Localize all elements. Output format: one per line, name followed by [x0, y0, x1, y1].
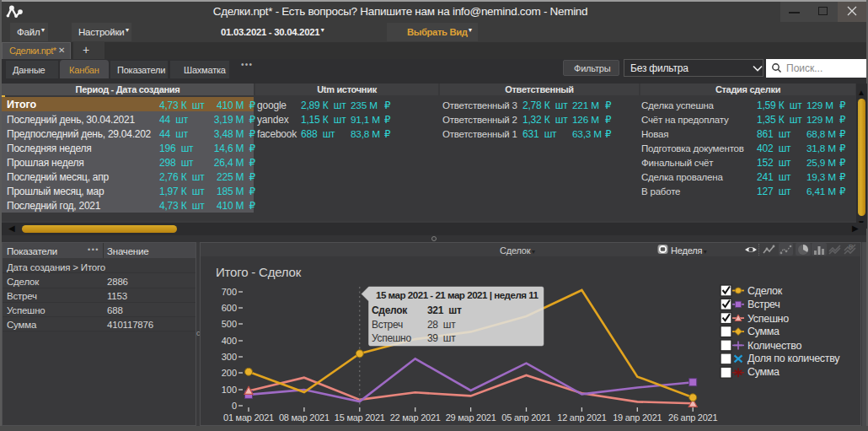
svg-text:29 мар 2021: 29 мар 2021 — [446, 412, 496, 423]
svg-text:Сделок: Сделок — [747, 285, 783, 297]
svg-text:39 шт: 39 шт — [427, 332, 456, 344]
svg-text:Встреч: Встреч — [372, 319, 403, 331]
svg-text:Сумма: Сумма — [747, 326, 780, 337]
svg-text:26 апр 2021: 26 апр 2021 — [668, 412, 717, 423]
svg-text:700: 700 — [222, 287, 237, 297]
svg-text:0: 0 — [232, 401, 237, 411]
svg-text:Успешно: Успешно — [372, 332, 411, 344]
svg-text:500: 500 — [222, 319, 237, 329]
svg-text:15 мар 2021 - 21 мар 2021 | не: 15 мар 2021 - 21 мар 2021 | неделя 11 — [376, 289, 539, 300]
svg-text:Количество: Количество — [747, 340, 801, 352]
svg-text:28 шт: 28 шт — [427, 319, 456, 331]
svg-text:Сумма: Сумма — [747, 366, 780, 378]
svg-text:300: 300 — [222, 352, 237, 362]
svg-text:05 апр 2021: 05 апр 2021 — [501, 412, 550, 423]
svg-text:19 апр 2021: 19 апр 2021 — [613, 412, 662, 423]
svg-text:321 шт: 321 шт — [427, 304, 462, 316]
svg-text:600: 600 — [222, 303, 237, 313]
svg-text:Доля по количеству: Доля по количеству — [747, 353, 840, 364]
svg-text:200: 200 — [222, 368, 237, 378]
svg-text:15 мар 2021: 15 мар 2021 — [335, 412, 385, 423]
svg-text:01 мар 2021: 01 мар 2021 — [223, 412, 274, 423]
svg-text:08 мар 2021: 08 мар 2021 — [279, 412, 330, 423]
svg-text:Успешно: Успешно — [747, 313, 789, 325]
svg-text:22 мар 2021: 22 мар 2021 — [390, 412, 441, 423]
svg-text:Сделок: Сделок — [372, 304, 408, 316]
svg-text:400: 400 — [222, 336, 237, 346]
svg-text:Встреч: Встреч — [747, 299, 780, 310]
svg-text:100: 100 — [222, 385, 237, 395]
svg-text:12 апр 2021: 12 апр 2021 — [557, 412, 606, 423]
